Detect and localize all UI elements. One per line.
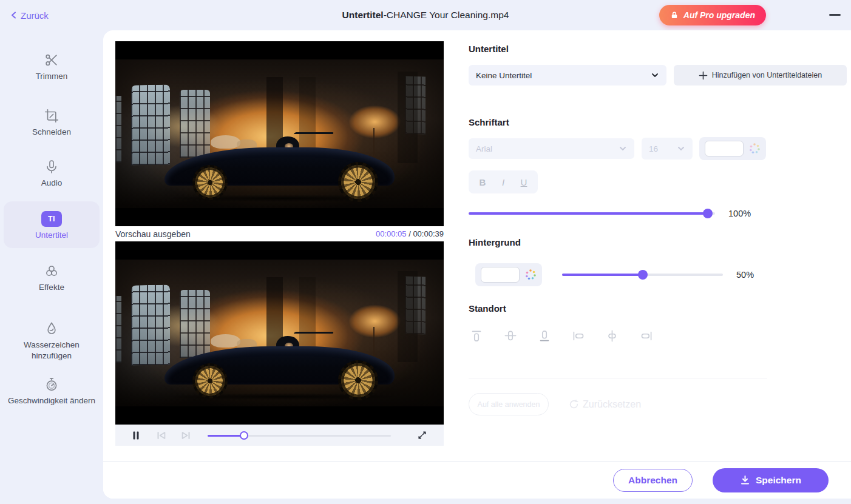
playback-progress-slider[interactable] [208, 431, 391, 440]
video-pillar-shape [398, 72, 417, 164]
subtitle-select-value: Keine Untertitel [476, 71, 532, 80]
video-window-shape [131, 284, 170, 365]
main-card: Vorschau ausgeben 00:00:05 / 00:00:39 [103, 30, 851, 499]
sidebar-label: Effekte [39, 283, 64, 292]
chevron-down-icon [619, 144, 627, 153]
sidebar-label: Untertitel [4, 230, 100, 240]
video-window-shape [115, 96, 121, 163]
align-right-icon [639, 328, 654, 344]
window-title-rest: -CHANGE Your Cleaning.mp4 [384, 10, 509, 20]
total-time: 00:00:39 [413, 229, 444, 238]
sidebar-item-schneiden[interactable]: Schneiden [0, 108, 103, 138]
background-opacity-percent: 50% [736, 270, 754, 280]
subtitle-select[interactable]: Keine Untertitel [469, 65, 666, 86]
video-window-shape [131, 84, 170, 165]
sidebar-item-audio[interactable]: Audio [0, 159, 103, 189]
next-frame-button[interactable] [180, 430, 192, 441]
background-opacity-thumb[interactable] [638, 270, 648, 280]
background-section-heading: Hintergrund [469, 237, 848, 247]
video-wheel-shape [192, 165, 228, 200]
output-video-preview[interactable] [115, 241, 444, 425]
background-opacity-slider[interactable] [562, 269, 723, 280]
video-torch-shape [373, 327, 375, 359]
plus-icon [699, 71, 708, 80]
subtitle-badge-icon: TI [41, 211, 62, 227]
font-scale-slider[interactable] [469, 208, 715, 219]
video-window-shape [115, 296, 121, 363]
text-style-group: B I U [469, 170, 538, 193]
reset-button: Zurücksetzen [569, 399, 641, 410]
video-torch-shape [373, 128, 375, 161]
align-top-icon [469, 328, 484, 344]
chevron-down-icon [651, 71, 659, 79]
font-family-value: Arial [476, 144, 492, 153]
color-palette-icon [524, 269, 537, 281]
video-scene [115, 59, 444, 208]
bold-button: B [473, 177, 492, 187]
sidebar-item-trimmen[interactable]: Trimmen [0, 52, 103, 82]
sidebar-label: Trimmen [36, 72, 68, 81]
font-scale-thumb[interactable] [703, 209, 713, 218]
sidebar-item-effekte[interactable]: Effekte [0, 263, 103, 293]
stopwatch-icon [6, 377, 97, 392]
panel-divider [469, 378, 767, 378]
watermark-icon [6, 321, 97, 337]
back-button[interactable]: Zurück [10, 10, 49, 21]
add-subtitle-file-button[interactable]: Hinzufügen von Untertiteldateien [674, 65, 847, 86]
font-size-value: 16 [649, 144, 658, 153]
sidebar-item-geschwindigkeit[interactable]: Geschwindigkeit ändern [0, 377, 103, 406]
footer-bar: Abbrechen Speichern [103, 461, 851, 499]
preview-output-label: Vorschau ausgeben [115, 229, 191, 239]
background-opacity-fill [562, 274, 643, 276]
progress-thumb[interactable] [240, 431, 248, 440]
reset-label: Zurücksetzen [583, 399, 641, 410]
background-color-picker[interactable] [475, 263, 542, 286]
microphone-icon [0, 159, 103, 175]
upgrade-pro-label: Auf Pro upgraden [683, 10, 755, 20]
save-label: Speichern [756, 475, 801, 486]
font-scale-percent: 100% [728, 209, 751, 218]
video-wheel-shape [338, 162, 378, 202]
sidebar-label: Geschwindigkeit ändern [8, 396, 95, 405]
minimize-button[interactable] [829, 14, 841, 16]
upgrade-pro-button[interactable]: Auf Pro upgraden [659, 5, 766, 25]
sidebar-label: Audio [41, 178, 63, 187]
video-window-shape [180, 290, 210, 358]
subtitle-settings-panel: Untertitel Keine Untertitel Hinzufügen v… [469, 41, 848, 446]
back-chevron-icon [10, 11, 18, 19]
player-column: Vorschau ausgeben 00:00:05 / 00:00:39 [115, 41, 444, 446]
crop-icon [0, 108, 103, 124]
sidebar-label: Wasserzeichen hinzufügen [24, 340, 80, 360]
source-video-preview [115, 41, 444, 226]
font-family-select: Arial [469, 138, 634, 159]
font-scale-fill [469, 212, 708, 215]
sidebar-item-untertitel-selected[interactable]: TI Untertitel [4, 201, 100, 248]
video-window-shape [180, 90, 210, 158]
location-section-heading: Standort [469, 303, 848, 314]
cancel-button[interactable]: Abbrechen [613, 469, 693, 492]
download-icon [740, 475, 750, 485]
align-center-icon [605, 328, 620, 344]
previous-frame-button[interactable] [155, 430, 167, 441]
title-bar: Zurück Untertitel-CHANGE Your Cleaning.m… [0, 0, 851, 30]
apply-to-all-button: Auf alle anwenden [469, 393, 549, 415]
video-scene [115, 260, 444, 406]
chevron-down-icon [677, 144, 685, 153]
video-bundle-shape [211, 334, 240, 348]
align-bottom-icon [537, 328, 552, 344]
video-wheel-shape [338, 360, 378, 400]
preview-info-row: Vorschau ausgeben 00:00:05 / 00:00:39 [115, 226, 444, 241]
save-button[interactable]: Speichern [713, 468, 829, 492]
pause-button[interactable] [131, 430, 141, 441]
time-display: 00:00:05 / 00:00:39 [376, 229, 444, 238]
subtitle-section-heading: Untertitel [469, 44, 848, 54]
sidebar-label: Schneiden [32, 127, 71, 136]
video-wheel-shape [192, 363, 228, 398]
underline-button: U [515, 177, 533, 187]
current-time: 00:00:05 [376, 229, 407, 238]
font-size-select: 16 [642, 138, 693, 160]
time-separator: / [407, 229, 413, 238]
background-color-swatch[interactable] [481, 267, 520, 283]
sidebar-item-wasserzeichen[interactable]: Wasserzeichen hinzufügen [0, 321, 103, 361]
fullscreen-button[interactable] [416, 429, 428, 441]
